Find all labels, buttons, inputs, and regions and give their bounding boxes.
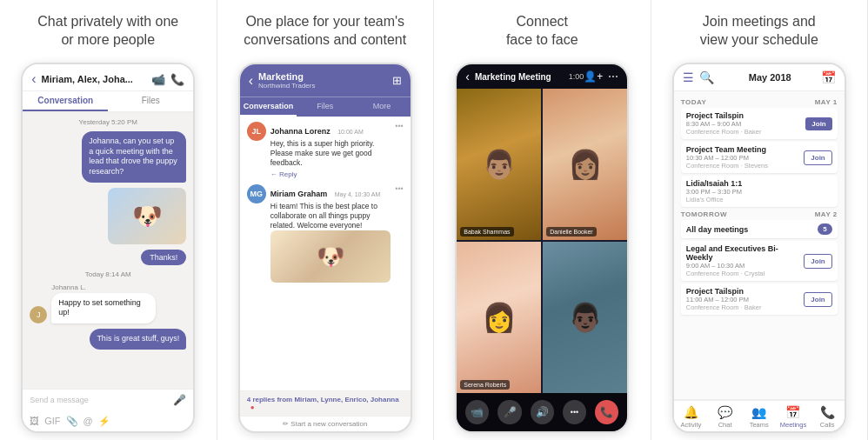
meetings-icon: 📅: [785, 405, 800, 419]
msg1-time: 10:00 AM: [337, 129, 364, 135]
channel-tab-more[interactable]: More: [353, 97, 410, 117]
video-icon[interactable]: 📹: [151, 73, 165, 86]
attach-icon[interactable]: 📎: [66, 416, 78, 427]
nav-calls[interactable]: 📞 Calls: [811, 405, 845, 429]
nav-chat[interactable]: 💬 Chat: [708, 405, 742, 429]
video-toggle-btn[interactable]: 📹: [465, 400, 489, 424]
event-tailspin-1: Project Tailspin 8:30 AM – 9:00 AM Confe…: [681, 108, 838, 139]
speaker-btn[interactable]: 🔊: [531, 400, 554, 424]
more-controls-btn[interactable]: •••: [563, 400, 586, 424]
mic-icon[interactable]: 🎤: [173, 394, 186, 406]
event-tailspin-2: Project Tailspin 11:00 AM – 12:00 PM Con…: [681, 283, 838, 315]
person2-face: 👩🏽: [568, 148, 603, 181]
msg1-name: Johanna Lorenz: [270, 127, 331, 136]
date-label-2: Today 8:14 AM: [30, 270, 186, 278]
participant2-name: Danielle Booker: [546, 227, 596, 237]
event2-room: Conference Room · Stevens: [686, 162, 805, 170]
event4-info: Legal and Executives Bi-Weekly 9:00 AM –…: [686, 244, 805, 277]
channel-back-icon[interactable]: ‹: [249, 73, 253, 89]
nav-meetings[interactable]: 📅 Meetings: [776, 405, 810, 429]
calendar-month-title: May 2018: [719, 72, 821, 83]
nav-teams[interactable]: 👥 Teams: [742, 405, 776, 429]
new-conversation-btn[interactable]: ✏ Start a new conversation: [240, 416, 411, 431]
mention-icon[interactable]: @: [83, 416, 93, 427]
msg2-time: May 4, 10:30 AM: [335, 191, 381, 197]
msg2-more-icon[interactable]: •••: [395, 184, 403, 283]
join-btn-4[interactable]: Join: [804, 292, 831, 307]
event1-room: Conference Room · Baker: [686, 128, 806, 136]
bubble-me-2: This is great stuff, guys!: [90, 329, 186, 350]
calendar-view-icon[interactable]: 📅: [821, 70, 836, 84]
panel2-title: One place for your team's conversations …: [224, 10, 427, 52]
event3-info: Lidia/Isaiah 1:1 3:00 PM – 3:30 PM Lidia…: [686, 179, 832, 203]
bubble-row-thanks: Thanks!: [30, 250, 186, 265]
search-icon[interactable]: 🔍: [699, 70, 714, 84]
calendar-body: TODAY MAY 1 Project Tailspin 8:30 AM – 9…: [674, 91, 845, 399]
nav-teams-label: Teams: [750, 421, 769, 429]
phone-frame-calendar: ☰ 🔍 May 2018 📅 TODAY MAY 1 Project Tails…: [672, 63, 846, 433]
nav-activity[interactable]: 🔔 Activity: [674, 405, 708, 429]
join-btn-2[interactable]: Join: [804, 150, 831, 165]
channel-footer-replies[interactable]: 4 replies from Miriam, Lynne, Enrico, Jo…: [240, 390, 411, 416]
reply-btn-1[interactable]: ← Reply: [270, 170, 391, 178]
participant1-name: Babak Shammas: [460, 227, 513, 237]
bubble-row-dog: 🐶: [30, 188, 186, 244]
mic-toggle-btn[interactable]: 🎤: [497, 400, 521, 424]
join-btn-1[interactable]: Join: [805, 117, 831, 130]
may1-label: MAY 1: [815, 98, 838, 106]
sticker-icon[interactable]: ⚡: [98, 416, 110, 427]
call-icon[interactable]: 📞: [170, 73, 184, 86]
channel-sub: Northwind Traders: [258, 82, 392, 90]
msg1-more-icon[interactable]: •••: [395, 122, 403, 178]
chat-header: ‹ Miriam, Alex, Joha... 📹 📞: [23, 64, 193, 91]
channel-body: JL Johanna Lorenz 10:00 AM Hey, this is …: [240, 117, 411, 390]
video-more-icon[interactable]: ⋯: [608, 70, 618, 83]
phone-frame-video: ‹ Marketing Meeting 1:00 👤+ ⋯ 👨🏽 Babak S…: [455, 63, 629, 433]
video-back-icon[interactable]: ‹: [465, 70, 470, 83]
video-add-icon[interactable]: 👤+: [584, 70, 603, 83]
channel-tab-conversation[interactable]: Conversation: [240, 97, 297, 117]
video-header: ‹ Marketing Meeting 1:00 👤+ ⋯: [457, 64, 627, 89]
bubble-me-1: Johanna, can you set up a quick meeting …: [82, 131, 186, 183]
replies-indicator: ●: [250, 403, 255, 411]
channel-tabs: Conversation Files More: [240, 97, 411, 117]
channel-tab-files[interactable]: Files: [297, 97, 353, 117]
back-icon[interactable]: ‹: [31, 71, 36, 87]
end-call-btn[interactable]: 📞: [595, 400, 618, 424]
msg2-text: Hi team! This is the best place to colla…: [270, 202, 391, 230]
event1-time: 8:30 AM – 9:00 AM: [686, 120, 806, 128]
event4-room: Conference Room · Crystal: [686, 270, 805, 277]
nav-chat-label: Chat: [718, 421, 732, 429]
join-btn-3[interactable]: Join: [804, 254, 831, 269]
tab-files[interactable]: Files: [108, 91, 193, 111]
bubble-row-1: Johanna, can you set up a quick meeting …: [30, 131, 186, 183]
event3-name: Lidia/Isaiah 1:1: [686, 179, 832, 188]
panel4-title: Join meetings and view your schedule: [700, 10, 818, 52]
video-frame: ‹ Marketing Meeting 1:00 👤+ ⋯ 👨🏽 Babak S…: [457, 64, 627, 431]
person1-face: 👨🏽: [482, 148, 517, 181]
video-tile-3: 👩 Serena Roberts: [457, 242, 541, 393]
replies-label: 4 replies from Miriam, Lynne, Enrico, Jo…: [247, 396, 399, 403]
video-meeting-name: Marketing Meeting: [475, 72, 569, 82]
message-1: JL Johanna Lorenz 10:00 AM Hey, this is …: [247, 122, 404, 178]
chat-footer: Send a message 🎤: [23, 389, 193, 410]
bubble-thanks: Thanks!: [141, 250, 186, 265]
phone-frame-chat: ‹ Miriam, Alex, Joha... 📹 📞 Conversation…: [21, 63, 195, 433]
panel-calendar: Join meetings and view your schedule ☰ 🔍…: [651, 0, 869, 440]
chat-footer-icons: 🖼 GIF 📎 @ ⚡: [23, 413, 193, 431]
channel-action-icon[interactable]: ⊞: [392, 74, 402, 87]
dog-sleep-image: 🐶: [270, 230, 391, 283]
menu-icon[interactable]: ☰: [683, 70, 694, 84]
event1-name: Project Tailspin: [686, 111, 806, 120]
today-label: TODAY: [681, 98, 707, 106]
video-time: 1:00: [569, 72, 584, 81]
event-lidia: Lidia/Isaiah 1:1 3:00 PM – 3:30 PM Lidia…: [681, 176, 838, 207]
image-icon[interactable]: 🖼: [30, 416, 39, 427]
panel-video: Connect face to face ‹ Marketing Meeting…: [434, 0, 651, 440]
event-legal: Legal and Executives Bi-Weekly 9:00 AM –…: [681, 241, 838, 281]
gif-icon[interactable]: GIF: [44, 416, 60, 427]
teams-icon: 👥: [751, 405, 766, 419]
contact-name: Miriam, Alex, Joha...: [42, 74, 152, 84]
tab-conversation[interactable]: Conversation: [23, 91, 108, 111]
chat-icon: 💬: [718, 405, 732, 419]
